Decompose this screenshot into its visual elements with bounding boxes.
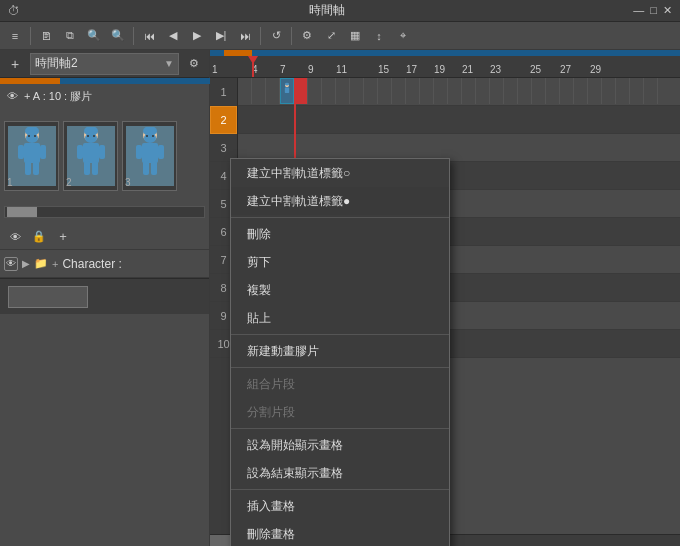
scene-dropdown[interactable]: 時間軸2 ▼ (30, 53, 179, 75)
ctx-item-cut[interactable]: 剪下 (231, 248, 449, 276)
ruler-mark-11: 11 (336, 64, 347, 75)
ctx-item-set-end-frame[interactable]: 設為結束顯示畫格 (231, 459, 449, 487)
svg-rect-14 (99, 145, 105, 159)
layer-lock-button[interactable]: 🔒 (28, 226, 50, 248)
settings-button[interactable]: ⚙ (296, 25, 318, 47)
cell-r1-c7[interactable] (322, 78, 336, 104)
cell-r1-c9[interactable] (350, 78, 364, 104)
layer-add-button[interactable]: + (52, 226, 74, 248)
bottom-area (0, 278, 209, 314)
cell-r1-c24[interactable] (560, 78, 574, 104)
ctx-item-create-midway-filled[interactable]: 建立中割軌道標籤● (231, 187, 449, 215)
cell-r1-c26[interactable] (588, 78, 602, 104)
ruler-mark-15: 15 (378, 64, 389, 75)
cell-r1-c17[interactable] (462, 78, 476, 104)
loop-button[interactable]: ↺ (265, 25, 287, 47)
cell-r1-c28[interactable] (616, 78, 630, 104)
tool3-button[interactable]: ⌖ (392, 25, 414, 47)
frame-num-2[interactable]: 2 (210, 106, 237, 134)
prev-frame-button[interactable]: ◀ (162, 25, 184, 47)
add-scene-button[interactable]: + (4, 53, 26, 75)
ctx-item-delete-frame[interactable]: 刪除畫格 (231, 520, 449, 546)
cell-r1-c10[interactable] (364, 78, 378, 104)
play-button[interactable]: ▶ (186, 25, 208, 47)
film-frame-3[interactable]: 3 (122, 121, 177, 191)
filmstrip-scroll-thumb[interactable] (7, 207, 37, 217)
cell-r1-c8[interactable] (336, 78, 350, 104)
cell-r1-c11[interactable] (378, 78, 392, 104)
layer-eye-button[interactable]: 👁 (4, 226, 26, 248)
cell-r1-c12[interactable] (392, 78, 406, 104)
cell-r1-c19[interactable] (490, 78, 504, 104)
cell-r1-c14[interactable] (420, 78, 434, 104)
layer-name: Character : (62, 257, 121, 271)
cell-r1-c15[interactable] (434, 78, 448, 104)
menu-button[interactable]: ≡ (4, 25, 26, 47)
svg-point-19 (93, 135, 95, 137)
cell-r1-c30[interactable] (644, 78, 658, 104)
cell-r1-c5-playhead[interactable] (294, 78, 308, 104)
new-button[interactable]: 🖹 (35, 25, 57, 47)
minimize-button[interactable]: — (633, 4, 644, 17)
cell-r1-c3[interactable] (266, 78, 280, 104)
film-frame-1[interactable]: 1 (4, 121, 59, 191)
cell-r1-c29[interactable] (630, 78, 644, 104)
cell-r1-c21[interactable] (518, 78, 532, 104)
frame-num-1[interactable]: 1 (210, 78, 237, 106)
cell-r1-c27[interactable] (602, 78, 616, 104)
context-menu: 建立中割軌道標籤○ 建立中割軌道標籤● 刪除 剪下 複製 貼上 新建動畫膠片 組… (230, 158, 450, 546)
skip-end-button[interactable]: ⏭ (234, 25, 256, 47)
scene-dropdown-arrow: ▼ (164, 58, 174, 69)
scene-name: 時間軸2 (35, 55, 164, 72)
cell-r1-c16[interactable] (448, 78, 462, 104)
scene-settings-button[interactable]: ⚙ (183, 53, 205, 75)
next-frame-button[interactable]: ▶| (210, 25, 232, 47)
svg-rect-26 (151, 161, 157, 175)
playhead-arrow (248, 56, 258, 64)
ctx-item-set-start-frame[interactable]: 設為開始顯示畫格 (231, 431, 449, 459)
bottom-btn[interactable] (8, 286, 88, 308)
zoom-out-button[interactable]: 🔍 (83, 25, 105, 47)
ctx-item-copy[interactable]: 複製 (231, 276, 449, 304)
close-button[interactable]: ✕ (663, 4, 672, 17)
svg-point-29 (152, 135, 154, 137)
ctx-item-paste[interactable]: 貼上 (231, 304, 449, 332)
toolbar-sep-2 (133, 27, 134, 45)
cell-r1-c18[interactable] (476, 78, 490, 104)
cell-r1-c4[interactable] (280, 78, 294, 104)
expand-button[interactable]: ⤢ (320, 25, 342, 47)
ctx-item-insert-frame[interactable]: 插入畫格 (231, 492, 449, 520)
film-frame-num-3: 3 (125, 177, 131, 188)
cell-r1-c1[interactable] (238, 78, 252, 104)
filmstrip-eye-button[interactable]: 👁 (4, 88, 20, 104)
ctx-item-new-animation[interactable]: 新建動畫膠片 (231, 337, 449, 365)
tool1-button[interactable]: ▦ (344, 25, 366, 47)
zoom-in-button[interactable]: 🔍 (107, 25, 129, 47)
cell-r1-c20[interactable] (504, 78, 518, 104)
filmstrip-label: + A : 10 : 膠片 (24, 89, 92, 104)
ctx-item-create-midway-empty[interactable]: 建立中割軌道標籤○ (231, 159, 449, 187)
svg-rect-31 (285, 87, 289, 92)
cell-r1-c23[interactable] (546, 78, 560, 104)
char-svg-2 (69, 127, 113, 185)
filmstrip-scroll[interactable] (4, 206, 205, 218)
film-frame-2[interactable]: 2 (63, 121, 118, 191)
skip-start-button[interactable]: ⏮ (138, 25, 160, 47)
svg-rect-22 (142, 143, 158, 163)
svg-rect-5 (25, 161, 31, 175)
cell-r1-c22[interactable] (532, 78, 546, 104)
cell-r1-c6[interactable] (308, 78, 322, 104)
layer-visibility-button[interactable]: 👁 (4, 257, 18, 271)
duplicate-button[interactable]: ⧉ (59, 25, 81, 47)
ctx-item-delete[interactable]: 刪除 (231, 220, 449, 248)
ruler-mark-29: 29 (590, 64, 601, 75)
ruler-mark-9: 9 (308, 64, 314, 75)
ctx-item-split: 分割片段 (231, 398, 449, 426)
maximize-button[interactable]: □ (650, 4, 657, 17)
ruler-mark-21: 21 (462, 64, 473, 75)
cell-r1-c25[interactable] (574, 78, 588, 104)
cell-r1-c13[interactable] (406, 78, 420, 104)
filmstrip-area: 👁 + A : 10 : 膠片 (0, 84, 209, 224)
cell-r1-c2[interactable] (252, 78, 266, 104)
tool2-button[interactable]: ↕ (368, 25, 390, 47)
